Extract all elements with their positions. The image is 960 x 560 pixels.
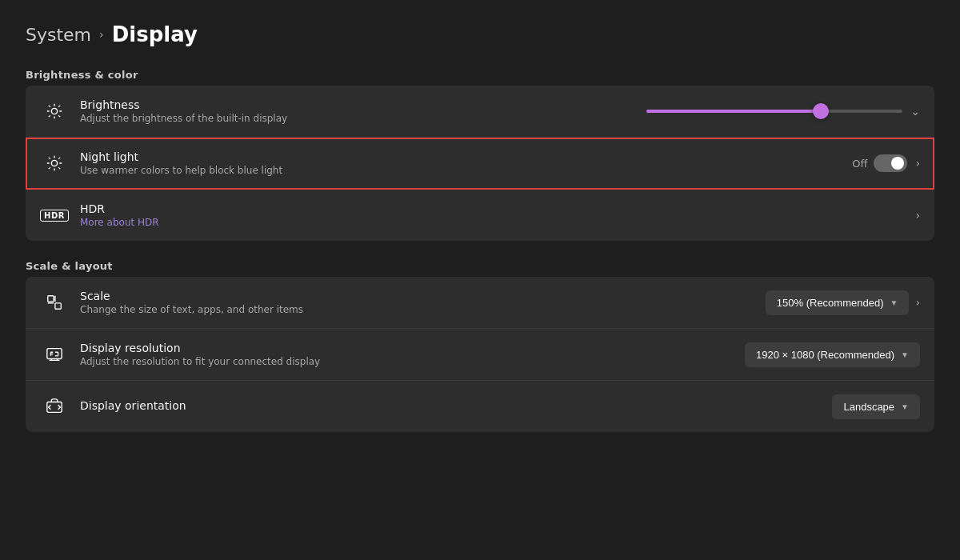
- brightness-text: Brightness Adjust the brightness of the …: [80, 98, 646, 124]
- scale-item[interactable]: Scale Change the size of text, apps, and…: [26, 277, 934, 329]
- scale-caret: ▼: [890, 298, 898, 307]
- svg-rect-22: [47, 349, 62, 359]
- brightness-color-group: Brightness Adjust the brightness of the …: [26, 86, 934, 241]
- svg-line-17: [58, 158, 60, 159]
- slider-fill: [646, 110, 821, 113]
- resolution-control[interactable]: 1920 × 1080 (Recommended) ▼: [745, 342, 920, 367]
- resolution-icon: [40, 340, 69, 369]
- breadcrumb: System › Display: [26, 22, 934, 46]
- resolution-subtitle: Adjust the resolution to fit your connec…: [80, 356, 745, 367]
- hdr-title: HDR: [80, 202, 915, 215]
- night-light-icon: [40, 149, 69, 178]
- svg-line-6: [58, 115, 60, 117]
- orientation-title: Display orientation: [80, 399, 832, 412]
- page-title: Display: [112, 22, 198, 46]
- scale-subtitle: Change the size of text, apps, and other…: [80, 304, 766, 315]
- scale-layout-group: Scale Change the size of text, apps, and…: [26, 277, 934, 432]
- svg-line-16: [49, 167, 50, 169]
- night-light-control[interactable]: Off ›: [852, 154, 920, 172]
- hdr-icon: HDR: [40, 201, 69, 230]
- scale-svg-icon: [46, 294, 63, 311]
- slider-thumb[interactable]: [813, 103, 829, 119]
- svg-line-14: [49, 158, 50, 159]
- scale-value: 150% (Recommended): [777, 297, 884, 309]
- slider-track[interactable]: [646, 110, 902, 113]
- orientation-control[interactable]: Landscape ▼: [832, 394, 920, 419]
- night-light-item[interactable]: Night light Use warmer colors to help bl…: [26, 138, 934, 190]
- svg-line-5: [49, 106, 50, 107]
- night-light-chevron[interactable]: ›: [915, 157, 920, 170]
- resolution-value: 1920 × 1080 (Recommended): [756, 349, 894, 361]
- brightness-color-section-label: Brightness & color: [26, 69, 934, 81]
- hdr-chevron[interactable]: ›: [915, 209, 920, 222]
- svg-line-15: [58, 167, 60, 169]
- scale-chevron[interactable]: ›: [915, 296, 920, 309]
- toggle-thumb: [891, 157, 904, 170]
- night-light-subtitle: Use warmer colors to help block blue lig…: [80, 165, 852, 176]
- brightness-chevron[interactable]: ⌄: [910, 105, 920, 118]
- brightness-icon: [40, 97, 69, 126]
- scale-layout-section-label: Scale & layout: [26, 260, 934, 272]
- orientation-value: Landscape: [843, 401, 894, 413]
- scale-text: Scale Change the size of text, apps, and…: [80, 290, 766, 315]
- svg-line-8: [58, 106, 60, 107]
- brightness-item[interactable]: Brightness Adjust the brightness of the …: [26, 86, 934, 138]
- resolution-title: Display resolution: [80, 342, 745, 354]
- breadcrumb-separator: ›: [99, 28, 104, 41]
- scale-control[interactable]: 150% (Recommended) ▼ ›: [766, 290, 920, 315]
- night-light-toggle[interactable]: Off: [852, 154, 907, 172]
- display-orientation-item[interactable]: Display orientation Landscape ▼: [26, 381, 934, 432]
- svg-point-0: [51, 108, 57, 114]
- sun-night-icon: [46, 154, 63, 172]
- hdr-item[interactable]: HDR HDR More about HDR ›: [26, 190, 934, 241]
- scale-icon: [40, 288, 69, 317]
- night-light-title: Night light: [80, 150, 852, 163]
- night-light-text: Night light Use warmer colors to help bl…: [80, 150, 852, 176]
- resolution-dropdown[interactable]: 1920 × 1080 (Recommended) ▼: [745, 342, 920, 367]
- svg-point-9: [51, 160, 57, 166]
- toggle-track[interactable]: [874, 154, 907, 172]
- svg-rect-19: [55, 303, 61, 309]
- settings-page: System › Display Brightness & color: [0, 0, 960, 474]
- brightness-control[interactable]: ⌄: [646, 105, 920, 118]
- resolution-text: Display resolution Adjust the resolution…: [80, 342, 745, 367]
- orientation-svg-icon: [46, 398, 63, 415]
- svg-line-7: [49, 115, 50, 117]
- resolution-caret: ▼: [901, 350, 909, 359]
- orientation-caret: ▼: [901, 402, 909, 411]
- breadcrumb-system[interactable]: System: [26, 25, 91, 45]
- toggle-off-label: Off: [852, 158, 867, 170]
- scale-dropdown[interactable]: 150% (Recommended) ▼: [766, 290, 910, 315]
- hdr-control[interactable]: ›: [915, 209, 920, 222]
- resolution-svg-icon: [46, 346, 63, 363]
- hdr-badge: HDR: [40, 210, 69, 222]
- orientation-dropdown[interactable]: Landscape ▼: [832, 394, 920, 419]
- orientation-text: Display orientation: [80, 399, 832, 414]
- brightness-subtitle: Adjust the brightness of the built-in di…: [80, 113, 646, 124]
- svg-rect-18: [48, 296, 54, 302]
- hdr-subtitle[interactable]: More about HDR: [80, 217, 915, 228]
- sun-brightness-icon: [46, 102, 63, 120]
- brightness-title: Brightness: [80, 98, 646, 111]
- brightness-slider[interactable]: [646, 110, 902, 113]
- orientation-icon: [40, 392, 69, 421]
- scale-title: Scale: [80, 290, 766, 302]
- hdr-text: HDR More about HDR: [80, 202, 915, 228]
- display-resolution-item[interactable]: Display resolution Adjust the resolution…: [26, 329, 934, 381]
